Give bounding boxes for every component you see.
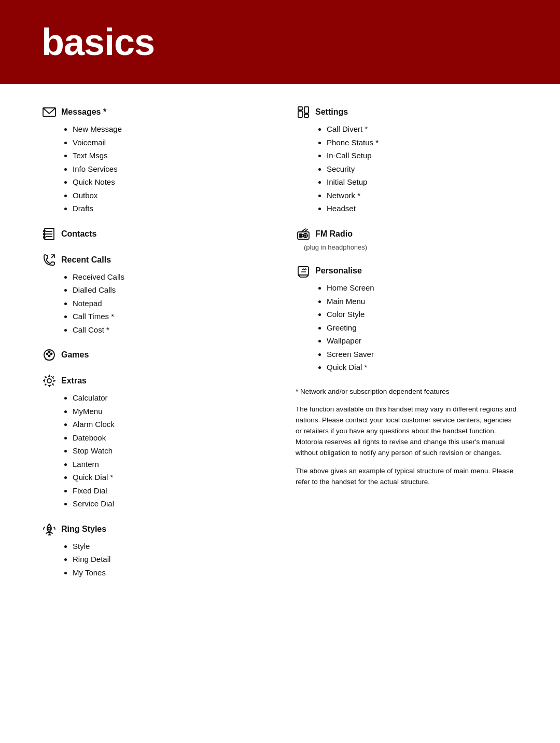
svg-rect-3 — [44, 233, 45, 235]
list-item: Service Dial — [73, 497, 264, 511]
settings-icon — [296, 105, 311, 119]
svg-rect-19 — [298, 107, 302, 110]
header-title: basics — [41, 21, 519, 63]
section-games-header: Games — [41, 348, 264, 362]
svg-point-16 — [48, 527, 51, 530]
svg-rect-27 — [299, 236, 302, 237]
list-item: Notepad — [73, 297, 264, 310]
right-column: Settings Call Divert * Phone Status * In… — [285, 105, 519, 590]
list-item: Quick Notes — [73, 175, 264, 189]
list-item: Received Calls — [73, 270, 264, 284]
list-item: MyMenu — [73, 405, 264, 418]
list-item: Main Menu — [327, 295, 519, 308]
section-recent-calls-header: Recent Calls — [41, 253, 264, 267]
list-item: In-Call Setup — [327, 149, 519, 162]
section-games: Games — [41, 348, 264, 362]
section-personalise-items: Home Screen Main Menu Color Style Greeti… — [296, 281, 519, 374]
svg-rect-21 — [304, 107, 309, 113]
section-settings: Settings Call Divert * Phone Status * In… — [296, 105, 519, 215]
content-area: Messages * New Message Voicemail Text Ms… — [0, 105, 560, 590]
svg-point-11 — [51, 353, 52, 355]
svg-rect-22 — [304, 114, 309, 117]
list-item: Dialled Calls — [73, 283, 264, 297]
list-item: Headset — [327, 202, 519, 215]
svg-point-25 — [305, 235, 306, 236]
personalise-icon — [296, 264, 311, 278]
list-item: Phone Status * — [327, 136, 519, 149]
svg-line-8 — [51, 255, 54, 258]
list-item: Call Divert * — [327, 122, 519, 136]
list-item: Screen Saver — [327, 348, 519, 361]
section-personalise-header: Personalise — [296, 264, 519, 278]
svg-point-13 — [49, 355, 50, 357]
svg-point-14 — [47, 379, 51, 383]
list-item: Info Services — [73, 162, 264, 176]
extras-icon — [41, 374, 57, 388]
list-item: Home Screen — [327, 281, 519, 295]
list-item: Voicemail — [73, 136, 264, 149]
list-item: Greeting — [327, 321, 519, 335]
section-extras-label: Extras — [61, 376, 87, 386]
section-messages-items: New Message Voicemail Text Msgs Info Ser… — [41, 122, 264, 215]
svg-rect-20 — [298, 111, 302, 117]
section-messages-header: Messages * — [41, 105, 264, 119]
note-network: * Network and/or subscription dependent … — [296, 387, 519, 397]
envelope-icon — [41, 105, 57, 119]
section-contacts-label: Contacts — [61, 229, 96, 239]
games-icon — [41, 348, 57, 362]
list-item: Style — [73, 540, 264, 553]
list-item: Stop Watch — [73, 444, 264, 458]
list-item: Network * — [327, 189, 519, 202]
section-fm-radio: FM Radio (plug in headphones) — [296, 227, 519, 253]
list-item: Quick Dial * — [327, 361, 519, 374]
list-item: Security — [327, 162, 519, 176]
svg-rect-2 — [44, 230, 45, 232]
list-item: Color Style — [327, 308, 519, 321]
list-item: Fixed Dial — [73, 484, 264, 498]
section-ring-styles-label: Ring Styles — [61, 525, 106, 534]
section-recent-calls: Recent Calls Received Calls Dialled Call… — [41, 253, 264, 337]
svg-point-10 — [47, 353, 48, 355]
svg-rect-26 — [299, 234, 302, 235]
note-example: The above gives an example of typical st… — [296, 466, 519, 488]
section-fm-radio-header: FM Radio — [296, 227, 519, 241]
section-extras-header: Extras — [41, 374, 264, 388]
section-recent-calls-items: Received Calls Dialled Calls Notepad Cal… — [41, 270, 264, 337]
header-banner: basics — [0, 0, 560, 84]
list-item: Text Msgs — [73, 149, 264, 162]
section-ring-styles-header: Ring Styles — [41, 522, 264, 536]
ring-styles-icon — [41, 522, 57, 536]
section-settings-header: Settings — [296, 105, 519, 119]
list-item: Drafts — [73, 202, 264, 215]
section-ring-styles: Ring Styles Style Ring Detail My Tones — [41, 522, 264, 580]
section-messages: Messages * New Message Voicemail Text Ms… — [41, 105, 264, 215]
fm-radio-icon — [296, 227, 311, 241]
list-item: Alarm Clock — [73, 418, 264, 431]
section-contacts-header: Contacts — [41, 227, 264, 241]
list-item: Call Cost * — [73, 323, 264, 337]
section-personalise: Personalise Home Screen Main Menu Color … — [296, 264, 519, 374]
svg-point-12 — [49, 351, 50, 353]
left-column: Messages * New Message Voicemail Text Ms… — [41, 105, 285, 590]
list-item: Call Times * — [73, 310, 264, 323]
svg-rect-28 — [298, 267, 309, 275]
section-ring-styles-items: Style Ring Detail My Tones — [41, 540, 264, 580]
list-item: Outbox — [73, 189, 264, 202]
list-item: Lantern — [73, 458, 264, 471]
section-recent-calls-label: Recent Calls — [61, 255, 111, 265]
section-personalise-label: Personalise — [315, 266, 362, 276]
list-item: Quick Dial * — [73, 471, 264, 484]
list-item: Wallpaper — [327, 334, 519, 348]
section-extras-items: Calculator MyMenu Alarm Clock Datebook S… — [41, 391, 264, 511]
recent-calls-icon — [41, 253, 57, 267]
notes-section: * Network and/or subscription dependent … — [296, 387, 519, 488]
list-item: My Tones — [73, 566, 264, 580]
section-games-label: Games — [61, 350, 89, 360]
list-item: Ring Detail — [73, 553, 264, 566]
section-contacts: Contacts — [41, 227, 264, 241]
list-item: Calculator — [73, 391, 264, 405]
list-item: Datebook — [73, 431, 264, 445]
fm-radio-sub-label: (plug in headphones) — [296, 242, 519, 253]
list-item: New Message — [73, 122, 264, 136]
note-function: The function available on this handset m… — [296, 404, 519, 459]
